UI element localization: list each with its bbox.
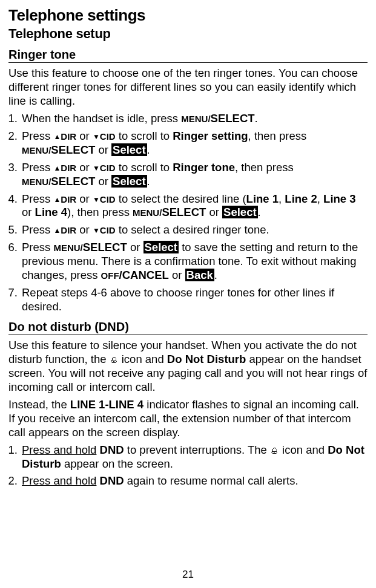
text: ), then press [67,206,133,218]
softkey-select: Select [111,143,147,156]
text: SELECT [211,112,255,125]
line-3: Line 3 [323,192,355,205]
text: or [76,192,93,205]
section-ringer-tone-heading: Ringer tone [8,48,368,63]
text: Press [22,241,53,253]
triangle-up-icon [53,161,61,174]
text: When the handset is idle, press [22,112,181,125]
dnd-intro-2: Instead, the LINE 1-LINE 4 indicator fla… [8,398,368,440]
text: or [76,223,93,236]
step-2: Press DIR or CID to scroll to Ringer set… [21,129,368,157]
key-cid: CID [100,194,116,204]
triangle-up-icon [53,192,61,205]
key-off-cancel: OFF/CANCEL [101,269,169,281]
text: to scroll to [116,161,173,174]
text: icon and [279,443,328,456]
triangle-down-icon [93,223,100,236]
bell-icon [110,353,119,365]
triangle-up-icon [53,223,61,236]
text: SELECT [83,241,127,253]
step-5: Press DIR or CID to select a desired rin… [21,223,368,237]
text: to select a desired ringer tone. [116,223,269,236]
dnd-step-2: Press and hold DND again to resume norma… [21,474,368,488]
text: Instead, the [8,398,70,411]
text: OFF [101,270,119,281]
text: , [279,192,285,205]
text: SELECT [51,143,95,156]
text: . [147,175,150,188]
text: , then press [248,129,307,142]
text: to prevent interruptions. The [124,443,270,456]
text: or [95,175,111,188]
text: or [22,206,35,218]
step-6: Press MENU/SELECT or Select to save the … [21,241,368,283]
text: Press [22,223,53,236]
softkey-back: Back [185,269,214,281]
menu-item: Ringer setting [173,129,248,142]
softkey-select: Select [111,175,147,188]
bell-icon [270,443,279,456]
key-cid: CID [100,131,116,142]
text: . [147,143,150,156]
key-menu: MENU/SELECT [133,206,206,218]
text: SELECT [162,206,206,218]
text: or [76,129,93,142]
dnd-steps: Press and hold DND to prevent interrupti… [8,443,368,489]
text: . [258,206,261,218]
line-indicator: LINE 1-LINE 4 [70,398,143,411]
step-7: Repeat steps 4-6 above to choose ringer … [21,286,368,314]
dnd-intro-1: Use this feature to silence your handset… [8,339,368,394]
text: MENU/ [22,177,51,187]
text: or [95,143,111,156]
do-not-disturb-label: Do Not Disturb [167,353,246,365]
text: or [76,161,93,174]
triangle-down-icon [93,161,100,174]
text: MENU/ [22,145,51,155]
key-menu: MENU/SELECT [181,112,254,125]
text: or [206,206,222,218]
section-dnd-heading: Do not disturb (DND) [8,320,368,335]
text: Press [22,129,53,142]
key-cid: CID [100,225,116,235]
press-and-hold: Press and hold [22,474,96,487]
page-number: 21 [0,569,376,581]
text: appear on the screen. [61,457,173,470]
line-2: Line 2 [285,192,317,205]
triangle-down-icon [93,192,100,205]
softkey-select: Select [222,206,258,218]
line-1: Line 1 [246,192,279,205]
step-3: Press DIR or CID to scroll to Ringer ton… [21,161,368,189]
subtitle: Telephone setup [8,26,368,42]
text: /CANCEL [119,269,169,281]
text: Press [22,192,53,205]
text: . [214,269,217,281]
text: Press [22,161,53,174]
text: MENU/ [181,114,210,124]
text: to scroll to [116,129,173,142]
text: to select the desired line ( [116,192,246,205]
text: again to resume normal call alerts. [124,474,298,487]
text: MENU/ [53,243,82,253]
text: . [255,112,258,125]
triangle-up-icon [53,129,61,142]
title: Telephone settings [8,6,368,25]
softkey-select: Select [143,241,179,253]
key-dir: DIR [61,163,76,173]
key-dnd: DND [100,474,124,487]
key-dnd: DND [100,443,124,456]
key-dir: DIR [61,225,76,235]
key-cid: CID [100,163,116,173]
key-menu: MENU/SELECT [53,241,127,253]
text: SELECT [51,175,95,188]
text: MENU/ [133,207,162,218]
menu-item: Ringer tone [173,161,235,174]
key-menu: MENU/SELECT [22,143,95,156]
step-4: Press DIR or CID to select the desired l… [21,192,368,220]
ringer-tone-intro: Use this feature to choose one of the te… [8,67,368,108]
page: Telephone settings Telephone setup Ringe… [0,0,376,588]
triangle-down-icon [93,129,100,142]
dnd-step-1: Press and hold DND to prevent interrupti… [21,443,368,471]
ringer-tone-steps: When the handset is idle, press MENU/SEL… [8,112,368,314]
line-4: Line 4 [35,206,67,218]
key-dir: DIR [61,131,76,142]
